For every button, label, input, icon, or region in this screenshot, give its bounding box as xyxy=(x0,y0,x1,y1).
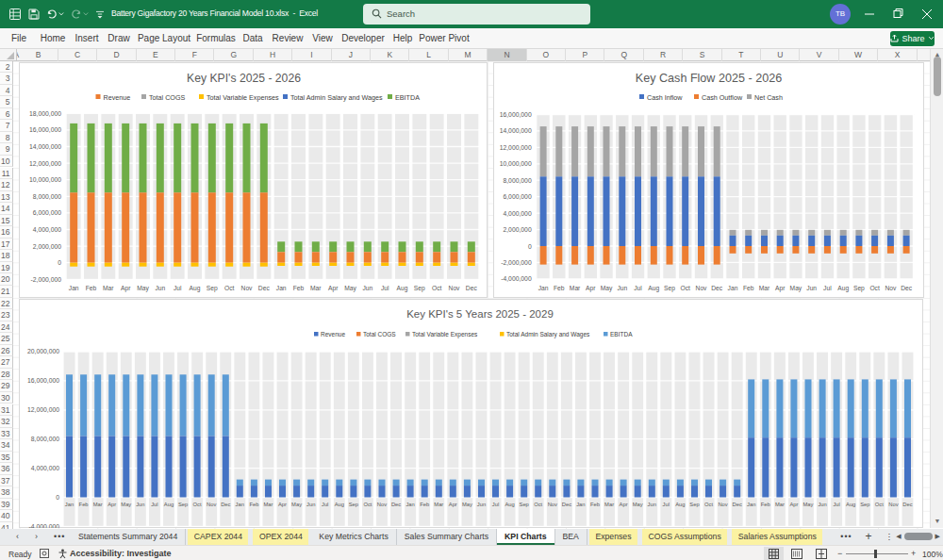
svg-text:8,000,000: 8,000,000 xyxy=(33,193,61,200)
svg-text:Sep: Sep xyxy=(414,285,425,292)
svg-text:Apr: Apr xyxy=(121,285,131,292)
svg-text:14,000,000: 14,000,000 xyxy=(500,127,532,134)
svg-text:Aug: Aug xyxy=(837,285,849,292)
svg-text:Jan: Jan xyxy=(538,285,549,291)
svg-text:Jun: Jun xyxy=(306,502,315,507)
svg-text:Aug: Aug xyxy=(505,502,514,507)
svg-text:Oct: Oct xyxy=(224,285,235,291)
svg-text:-4,000,000: -4,000,000 xyxy=(28,523,59,528)
svg-text:4,000,000: 4,000,000 xyxy=(31,465,59,471)
svg-text:12,000,000: 12,000,000 xyxy=(500,144,532,151)
svg-text:8,000,000: 8,000,000 xyxy=(503,177,531,184)
svg-text:12,000,000: 12,000,000 xyxy=(29,160,61,167)
svg-text:Sep: Sep xyxy=(860,502,869,507)
svg-text:Jun: Jun xyxy=(818,502,826,507)
svg-text:Oct: Oct xyxy=(193,502,202,507)
svg-text:4,000,000: 4,000,000 xyxy=(33,226,61,233)
svg-text:Mar: Mar xyxy=(103,285,114,291)
svg-text:Jan: Jan xyxy=(236,502,244,507)
svg-text:May: May xyxy=(790,285,802,292)
svg-text:Mar: Mar xyxy=(434,502,443,507)
svg-text:May: May xyxy=(121,502,131,507)
svg-text:Oct: Oct xyxy=(704,502,713,507)
svg-text:2,000,000: 2,000,000 xyxy=(33,243,61,250)
svg-text:Jul: Jul xyxy=(151,502,157,507)
svg-text:May: May xyxy=(291,502,302,507)
svg-text:Cash Outflow: Cash Outflow xyxy=(702,93,743,102)
svg-text:Aug: Aug xyxy=(164,502,174,507)
svg-text:12,000,000: 12,000,000 xyxy=(27,406,59,413)
svg-text:Nov: Nov xyxy=(696,285,708,291)
svg-text:Mar: Mar xyxy=(604,502,614,507)
svg-text:Dec: Dec xyxy=(258,285,271,291)
svg-text:Mar: Mar xyxy=(310,285,322,291)
svg-text:Mar: Mar xyxy=(775,502,785,507)
svg-text:Feb: Feb xyxy=(293,285,305,291)
svg-text:Oct: Oct xyxy=(680,285,690,291)
svg-text:Apr: Apr xyxy=(789,502,798,507)
svg-text:Jun: Jun xyxy=(648,502,656,507)
svg-text:6,000,000: 6,000,000 xyxy=(33,209,61,216)
svg-text:May: May xyxy=(633,502,643,507)
svg-text:Key KPI's 2025 - 2026: Key KPI's 2025 - 2026 xyxy=(187,72,301,85)
svg-text:Feb: Feb xyxy=(743,285,754,291)
svg-text:Total Variable Expenses: Total Variable Expenses xyxy=(412,331,478,338)
svg-text:Jul: Jul xyxy=(381,285,389,291)
svg-text:Total Variable Expenses: Total Variable Expenses xyxy=(207,93,279,102)
svg-text:Jan: Jan xyxy=(276,285,287,291)
svg-text:Jun: Jun xyxy=(477,502,486,507)
svg-text:Nov: Nov xyxy=(718,502,727,507)
svg-text:Feb: Feb xyxy=(761,502,770,507)
svg-text:Jul: Jul xyxy=(492,502,499,507)
svg-text:-4,000,000: -4,000,000 xyxy=(501,275,532,282)
svg-text:Apr: Apr xyxy=(586,285,596,292)
svg-text:10,000,000: 10,000,000 xyxy=(500,160,532,167)
svg-text:Mar: Mar xyxy=(759,285,770,291)
svg-text:Oct: Oct xyxy=(534,502,542,507)
svg-text:10,000,000: 10,000,000 xyxy=(29,176,61,183)
svg-text:May: May xyxy=(601,285,613,292)
svg-text:Aug: Aug xyxy=(648,285,659,292)
svg-text:Apr: Apr xyxy=(278,502,287,507)
svg-text:Sep: Sep xyxy=(689,502,699,507)
svg-text:0: 0 xyxy=(58,259,61,266)
svg-text:Revenue: Revenue xyxy=(321,331,345,338)
svg-text:Oct: Oct xyxy=(432,285,442,291)
svg-text:EBITDA: EBITDA xyxy=(610,331,633,338)
svg-text:Feb: Feb xyxy=(86,285,97,291)
svg-text:Dec: Dec xyxy=(733,502,742,507)
svg-text:Jan: Jan xyxy=(69,285,79,291)
svg-text:Feb: Feb xyxy=(249,502,258,507)
svg-text:14,000,000: 14,000,000 xyxy=(29,143,61,150)
svg-text:Aug: Aug xyxy=(190,285,201,292)
svg-text:Jun: Jun xyxy=(155,285,165,291)
svg-text:Jul: Jul xyxy=(823,285,832,291)
svg-text:May: May xyxy=(462,502,472,507)
svg-text:Aug: Aug xyxy=(397,285,408,292)
svg-text:Dec: Dec xyxy=(901,285,913,291)
svg-text:Nov: Nov xyxy=(449,285,461,291)
svg-text:Oct: Oct xyxy=(875,502,884,507)
svg-text:EBITDA: EBITDA xyxy=(395,93,420,102)
svg-text:Oct: Oct xyxy=(869,285,880,291)
svg-text:Sep: Sep xyxy=(853,285,865,292)
svg-text:Apr: Apr xyxy=(108,502,116,507)
svg-text:Feb: Feb xyxy=(420,502,429,507)
svg-text:Total Admin Salary and Wages: Total Admin Salary and Wages xyxy=(290,93,383,102)
svg-text:May: May xyxy=(137,285,149,292)
svg-text:Dec: Dec xyxy=(466,285,478,291)
svg-text:Jul: Jul xyxy=(833,502,839,507)
svg-text:Cash Inflow: Cash Inflow xyxy=(647,93,683,102)
svg-text:Jun: Jun xyxy=(362,285,372,291)
svg-text:May: May xyxy=(344,285,356,292)
svg-text:Total Admin Salary and Wages: Total Admin Salary and Wages xyxy=(506,331,590,338)
svg-text:Apr: Apr xyxy=(620,502,628,507)
svg-text:May: May xyxy=(803,502,814,507)
svg-text:Dec: Dec xyxy=(902,502,912,507)
svg-text:Aug: Aug xyxy=(675,502,685,507)
svg-text:16,000,000: 16,000,000 xyxy=(500,111,532,118)
svg-text:Nov: Nov xyxy=(241,285,254,291)
svg-text:Nov: Nov xyxy=(548,502,557,507)
svg-text:16,000,000: 16,000,000 xyxy=(27,377,59,384)
svg-text:Sep: Sep xyxy=(520,502,529,507)
